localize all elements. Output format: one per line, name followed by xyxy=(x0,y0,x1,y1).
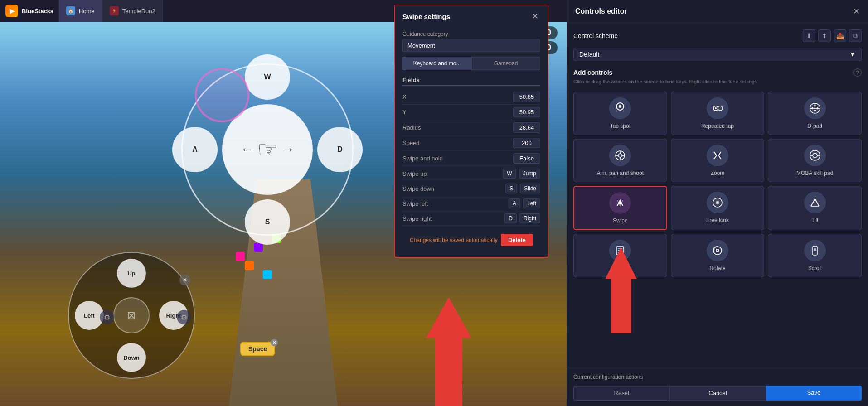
control-item-freelook[interactable]: Free look xyxy=(671,186,765,230)
game-area: ▶ BlueStacks 🏠 Home 🏃 TempleRun2 170 0 xyxy=(0,0,567,406)
dpad-down-label: Down xyxy=(123,354,139,361)
field-swipe-left-key[interactable]: A xyxy=(509,198,520,208)
field-x-value[interactable]: 50.85 xyxy=(513,92,540,102)
scheme-select-dropdown[interactable]: Default ▼ xyxy=(573,48,862,61)
field-row-radius: Radius 28.64 xyxy=(402,120,540,135)
control-item-swipe[interactable]: Swipe xyxy=(573,186,667,230)
svg-point-19 xyxy=(813,153,817,158)
tab-gamepad-btn[interactable]: Gamepad xyxy=(471,57,540,70)
dpad-label: D-pad xyxy=(807,123,822,129)
swipe-right-btn[interactable]: D xyxy=(317,127,363,172)
control-item-aim[interactable]: Aim, pan and shoot xyxy=(573,139,667,182)
control-item-rotate[interactable]: Rotate xyxy=(671,234,765,277)
control-item-moba[interactable]: MOBA skill pad xyxy=(768,139,862,182)
dpad-control[interactable]: ⊠ Up Down Left Right ✕ xyxy=(68,252,195,379)
space-key-btn[interactable]: Space ✕ xyxy=(240,342,275,356)
field-speed-value[interactable]: 200 xyxy=(513,138,540,148)
svg-point-24 xyxy=(619,202,621,204)
field-row-swipe-left: Swipe left A Left xyxy=(402,196,540,211)
tap-spot-icon xyxy=(609,97,631,119)
tap-spot-label: Tap spot xyxy=(610,123,630,129)
svg-point-1 xyxy=(619,105,621,108)
control-item-tap-spot[interactable]: Tap spot xyxy=(573,92,667,135)
swipe-label: Swipe xyxy=(613,218,628,224)
reset-btn[interactable]: Reset xyxy=(573,386,670,401)
field-swipe-right-label: Swipe right xyxy=(402,215,432,222)
scheme-download-icon-btn[interactable]: ⬇ xyxy=(803,29,815,42)
dpad-center: ⊠ xyxy=(113,297,150,334)
dpad-down-btn[interactable]: Down xyxy=(117,343,146,372)
tab-keyboard-btn[interactable]: Keyboard and mo... xyxy=(402,57,471,70)
scheme-export-icon-btn[interactable]: 📤 xyxy=(834,29,846,42)
controls-editor-header: Controls editor ✕ xyxy=(567,0,868,23)
settings-gear-right[interactable]: ⚙ xyxy=(177,310,191,324)
rotate-icon xyxy=(707,240,728,261)
tab-templerun[interactable]: 🏃 TempleRun2 xyxy=(102,0,163,22)
field-row-speed: Speed 200 xyxy=(402,135,540,151)
cancel-btn[interactable]: Cancel xyxy=(670,386,766,401)
controls-grid: Tap spot Repeated tap xyxy=(573,92,862,277)
controls-editor-panel: Controls editor ✕ Control scheme ⬇ ⬆ 📤 ⧉… xyxy=(567,0,868,406)
repeated-tap-label: Repeated tap xyxy=(701,123,734,129)
field-y-value[interactable]: 50.95 xyxy=(513,107,540,117)
field-radius-label: Radius xyxy=(402,124,421,131)
controls-editor-body: Control scheme ⬇ ⬆ 📤 ⧉ Default ▼ Add con… xyxy=(567,23,868,368)
dpad-up-btn[interactable]: Up xyxy=(117,259,146,288)
swipe-up-btn[interactable]: W xyxy=(245,54,290,100)
field-row-swipe-up: Swipe up W Jump xyxy=(402,166,540,181)
scheme-upload-icon-btn[interactable]: ⬆ xyxy=(818,29,831,42)
control-item-zoom[interactable]: Zoom xyxy=(671,139,765,182)
svg-marker-8 xyxy=(814,104,816,106)
scheme-copy-icon-btn[interactable]: ⧉ xyxy=(849,29,862,42)
field-speed-value-container: 200 xyxy=(513,138,540,148)
swipe-modal-close-btn[interactable]: ✕ xyxy=(529,11,540,22)
help-icon-btn[interactable]: ? xyxy=(853,68,862,77)
guidance-category-input[interactable]: Movement xyxy=(402,39,540,52)
tilt-icon: ⊠ xyxy=(127,309,136,322)
settings-gear-left[interactable]: ⚙ xyxy=(100,310,114,324)
swipe-control-overlay[interactable]: W S A D ← ☞ → xyxy=(172,54,363,245)
field-swipe-up-key[interactable]: W xyxy=(503,169,516,179)
field-radius-value[interactable]: 28.64 xyxy=(513,122,540,133)
dpad-icon xyxy=(804,97,826,119)
delete-button[interactable]: Delete xyxy=(501,234,533,246)
swipe-arc-highlight xyxy=(195,68,249,122)
field-x-value-container: 50.85 xyxy=(513,92,540,102)
dpad-up-label: Up xyxy=(127,270,135,277)
dpad-close-btn[interactable]: ✕ xyxy=(179,275,190,285)
field-row-x: X 50.85 xyxy=(402,89,540,105)
bluestacks-name: BlueStacks xyxy=(22,8,53,14)
svg-point-3 xyxy=(718,106,723,111)
control-item-dpad[interactable]: D-pad xyxy=(768,92,862,135)
repeated-tap-icon xyxy=(707,97,728,119)
field-swipe-right-key[interactable]: D xyxy=(504,213,517,223)
field-x-label: X xyxy=(402,93,407,100)
control-item-scroll[interactable]: Scroll xyxy=(768,234,862,277)
add-controls-title: Add controls xyxy=(573,69,612,76)
field-swipe-left-value-container: A Left xyxy=(509,198,540,208)
rotate-label: Rotate xyxy=(709,265,725,271)
control-item-script[interactable]: Script xyxy=(573,234,667,277)
tab-home[interactable]: 🏠 Home xyxy=(59,0,102,22)
script-label: Script xyxy=(613,265,627,271)
field-swipe-down-key[interactable]: S xyxy=(505,184,517,193)
swipe-settings-modal: Swipe settings ✕ Guidance category Movem… xyxy=(394,5,548,258)
save-btn[interactable]: Save xyxy=(766,386,862,401)
swipe-down-btn[interactable]: S xyxy=(245,199,290,245)
chevron-down-icon: ▼ xyxy=(849,51,856,58)
control-item-tilt[interactable]: Tilt xyxy=(768,186,862,230)
add-controls-desc: Click or drag the actions on the screen … xyxy=(573,78,862,85)
fields-section-label: Fields xyxy=(402,77,540,86)
svg-marker-11 xyxy=(817,107,819,110)
control-item-repeated-tap[interactable]: Repeated tap xyxy=(671,92,765,135)
freelook-label: Free look xyxy=(706,217,729,223)
swipe-left-btn[interactable]: A xyxy=(172,127,218,172)
controls-editor-close-btn[interactable]: ✕ xyxy=(853,6,860,16)
field-swipe-right-value-container: D Right xyxy=(504,213,540,223)
bottom-section-label: Current configuration actions xyxy=(573,374,862,380)
field-row-swipe-down: Swipe down S Slide xyxy=(402,181,540,196)
field-swipe-hold-value[interactable]: False xyxy=(513,153,540,164)
svg-point-34 xyxy=(716,249,719,252)
swipe-modal-title: Swipe settings xyxy=(402,13,450,20)
zoom-icon xyxy=(707,145,728,166)
